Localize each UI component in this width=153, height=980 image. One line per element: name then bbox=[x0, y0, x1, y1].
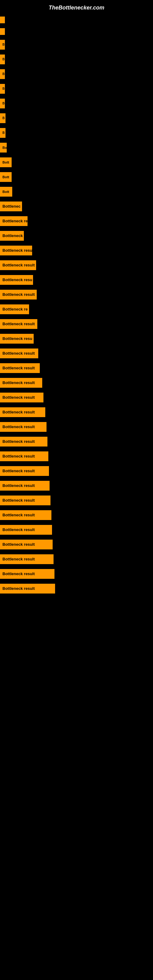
bar-row: Bottleneck re bbox=[0, 214, 153, 229]
bar-label: Bottleneck result bbox=[0, 393, 43, 402]
bar-label: Bottleneck resu bbox=[0, 246, 32, 255]
bar-row: Bottleneck result bbox=[0, 287, 153, 302]
bar-row: Bottlenec bbox=[0, 199, 153, 214]
bar-row: Bottleneck result bbox=[0, 346, 153, 361]
bar-label: Bottlenec bbox=[0, 202, 22, 211]
bar-row: Bottleneck result bbox=[0, 522, 153, 537]
bar-row: Bottleneck result bbox=[0, 464, 153, 478]
chart-area: BBBBBBBBoBottBottBottBottlenecBottleneck… bbox=[0, 14, 153, 596]
bar-row: Bottleneck resu bbox=[0, 272, 153, 287]
bar-label: Bott bbox=[0, 172, 12, 182]
bar-label: Bo bbox=[0, 143, 7, 153]
bar-row: Bottleneck result bbox=[0, 420, 153, 434]
bar-row: Bottleneck result bbox=[0, 361, 153, 375]
bar-label: B bbox=[0, 40, 5, 49]
bar-label: Bott bbox=[0, 158, 12, 167]
bar-row bbox=[0, 26, 153, 37]
bar-label: Bottleneck result bbox=[0, 539, 53, 549]
bar-label: B bbox=[0, 113, 5, 123]
bar-row: Bottleneck result bbox=[0, 258, 153, 272]
bar-label: Bottleneck result bbox=[0, 437, 48, 447]
bar-label: B bbox=[0, 99, 5, 108]
bar-label: Bottleneck result bbox=[0, 569, 54, 579]
bar-label: Bottleneck result bbox=[0, 481, 49, 491]
bar-row: Bottleneck result bbox=[0, 478, 153, 493]
bar-row: Bottleneck re bbox=[0, 302, 153, 317]
bar-label: Bottleneck result bbox=[0, 554, 54, 564]
bar-label: Bottleneck result bbox=[0, 348, 38, 358]
bar-label: Bottleneck result bbox=[0, 510, 51, 520]
bar-row: Bott bbox=[0, 155, 153, 170]
bar-row: Bottleneck result bbox=[0, 537, 153, 552]
bar-row: Bottleneck result bbox=[0, 390, 153, 405]
bar-label: Bottleneck resu bbox=[0, 334, 33, 344]
bar-row: Bo bbox=[0, 140, 153, 155]
bar-row: B bbox=[0, 111, 153, 126]
bar-label: Bottleneck resu bbox=[0, 275, 33, 285]
bar-row: Bottleneck result bbox=[0, 375, 153, 390]
bar-row: B bbox=[0, 81, 153, 96]
bar-row: Bottleneck result bbox=[0, 493, 153, 508]
bar-row: Bottleneck result bbox=[0, 434, 153, 449]
bar-label: Bottleneck result bbox=[0, 584, 55, 593]
bar-row: B bbox=[0, 126, 153, 140]
bar-label: Bottleneck re bbox=[0, 304, 29, 314]
bar-row: Bottleneck result bbox=[0, 405, 153, 420]
bar-label: Bottleneck result bbox=[0, 363, 40, 373]
bar-row: Bottleneck result bbox=[0, 317, 153, 331]
bar-row: Bottleneck result bbox=[0, 566, 153, 581]
bar-label: Bottleneck re bbox=[0, 216, 27, 226]
bar-label bbox=[0, 16, 5, 23]
page-container: TheBottlenecker.com BBBBBBBBoBottBottBot… bbox=[0, 0, 153, 980]
bar-label: Bottleneck result bbox=[0, 407, 45, 417]
bar-label: B bbox=[0, 128, 5, 138]
bar-label: Bott bbox=[0, 187, 12, 197]
bar-row: Bottleneck result bbox=[0, 552, 153, 566]
bar-label: Bottleneck result bbox=[0, 466, 49, 476]
bar-label bbox=[0, 28, 5, 35]
bar-row: B bbox=[0, 96, 153, 111]
bar-row: Bottleneck result bbox=[0, 508, 153, 522]
site-title: TheBottlenecker.com bbox=[0, 0, 153, 14]
bar-label: Bottleneck result bbox=[0, 290, 37, 299]
bar-row: B bbox=[0, 37, 153, 52]
bar-label: B bbox=[0, 84, 5, 94]
bar-label: Bottleneck result bbox=[0, 525, 52, 535]
bar-row: Bottleneck bbox=[0, 229, 153, 243]
bar-label: Bottleneck result bbox=[0, 422, 46, 432]
bar-row: B bbox=[0, 67, 153, 81]
bar-label: Bottleneck result bbox=[0, 319, 37, 329]
bar-label: Bottleneck bbox=[0, 231, 24, 241]
bar-label: Bottleneck result bbox=[0, 452, 48, 461]
bar-label: Bottleneck result bbox=[0, 260, 36, 270]
bar-row: Bott bbox=[0, 185, 153, 199]
bar-label: B bbox=[0, 69, 5, 79]
bar-row: Bott bbox=[0, 170, 153, 185]
bar-row bbox=[0, 14, 153, 26]
bar-row: Bottleneck resu bbox=[0, 331, 153, 346]
bar-row: Bottleneck resu bbox=[0, 243, 153, 258]
bar-row: B bbox=[0, 52, 153, 67]
bar-label: Bottleneck result bbox=[0, 378, 42, 388]
bar-row: Bottleneck result bbox=[0, 581, 153, 596]
bar-row: Bottleneck result bbox=[0, 449, 153, 464]
bar-label: B bbox=[0, 54, 5, 64]
bar-label: Bottleneck result bbox=[0, 495, 51, 505]
